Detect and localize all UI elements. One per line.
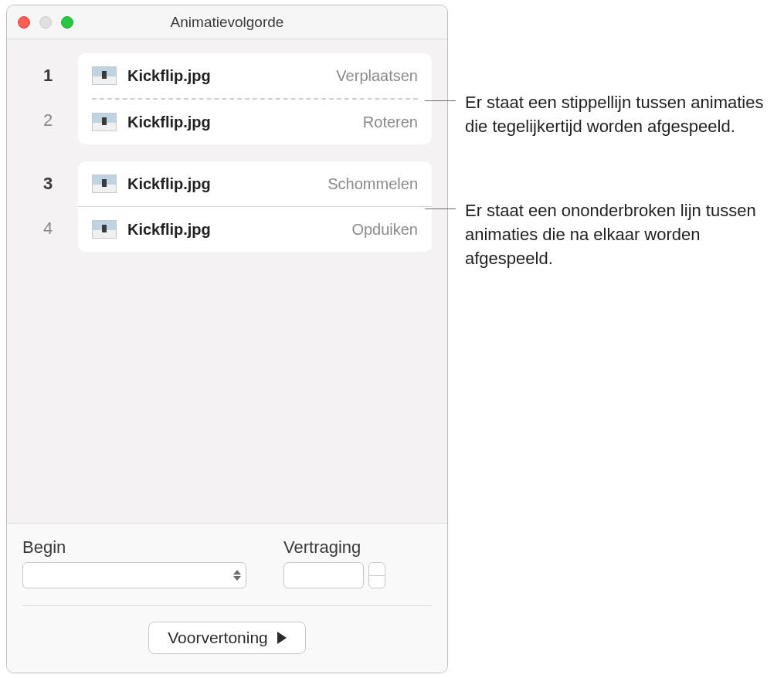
play-icon bbox=[277, 632, 287, 644]
preview-button-label: Voorvertoning bbox=[168, 629, 268, 647]
begin-dropdown[interactable] bbox=[22, 562, 246, 588]
item-thumbnail bbox=[92, 66, 117, 85]
footer-separator bbox=[22, 605, 432, 606]
window-titlebar[interactable]: Animatievolgorde bbox=[7, 5, 447, 39]
item-filename: Kickflip.jpg bbox=[127, 67, 325, 85]
row-number: 4 bbox=[18, 219, 78, 239]
animation-group-card: Kickflip.jpg Verplaatsen Kickflip.jpg Ro… bbox=[78, 53, 432, 144]
delay-label: Vertraging bbox=[283, 537, 385, 558]
delay-input[interactable] bbox=[283, 562, 364, 588]
item-filename: Kickflip.jpg bbox=[127, 221, 341, 239]
callout-dashed: Er staat een stippellijn tussen animatie… bbox=[465, 91, 774, 139]
item-filename: Kickflip.jpg bbox=[127, 114, 352, 131]
callout-solid: Er staat een ononderbroken lijn tussen a… bbox=[465, 199, 774, 270]
item-effect: Roteren bbox=[363, 114, 418, 131]
traffic-lights bbox=[18, 16, 73, 29]
animation-group-card: Kickflip.jpg Schommelen Kickflip.jpg Opd… bbox=[78, 161, 432, 252]
item-filename: Kickflip.jpg bbox=[127, 175, 317, 193]
callout-text: Er staat een ononderbroken lijn tussen a… bbox=[465, 201, 756, 268]
dropdown-stepper-icon bbox=[233, 570, 241, 581]
item-thumbnail bbox=[92, 175, 117, 193]
row-number: 2 bbox=[18, 110, 78, 131]
delay-stepper[interactable] bbox=[368, 562, 385, 588]
animation-order-window: Animatievolgorde 1 2 Kickflip.jpg Verpla… bbox=[6, 5, 448, 673]
stepper-up-button[interactable] bbox=[369, 563, 385, 575]
animation-row[interactable]: Kickflip.jpg Verplaatsen bbox=[78, 53, 432, 98]
item-effect: Opduiken bbox=[351, 221, 418, 239]
row-number: 3 bbox=[18, 174, 78, 194]
window-close-button[interactable] bbox=[18, 16, 30, 29]
item-thumbnail bbox=[92, 113, 117, 131]
callout-leader-line bbox=[425, 208, 456, 209]
window-zoom-button[interactable] bbox=[61, 16, 73, 29]
animation-row[interactable]: Kickflip.jpg Roteren bbox=[78, 100, 432, 144]
stepper-down-button[interactable] bbox=[369, 575, 385, 588]
window-minimize-button[interactable] bbox=[39, 16, 52, 29]
item-effect: Verplaatsen bbox=[336, 67, 418, 85]
animation-row[interactable]: Kickflip.jpg Opduiken bbox=[78, 207, 432, 252]
row-number: 1 bbox=[18, 66, 78, 86]
begin-label: Begin bbox=[22, 537, 246, 558]
callout-leader-line bbox=[425, 100, 456, 101]
footer-panel: Begin Vertraging bbox=[7, 524, 447, 673]
preview-button[interactable]: Voorvertoning bbox=[148, 622, 306, 654]
animation-row[interactable]: Kickflip.jpg Schommelen bbox=[78, 161, 432, 206]
animation-list: 1 2 Kickflip.jpg Verplaatsen Kickflip.jp… bbox=[7, 39, 447, 524]
item-effect: Schommelen bbox=[328, 175, 418, 193]
item-thumbnail bbox=[92, 220, 117, 239]
callout-text: Er staat een stippellijn tussen animatie… bbox=[465, 93, 763, 136]
